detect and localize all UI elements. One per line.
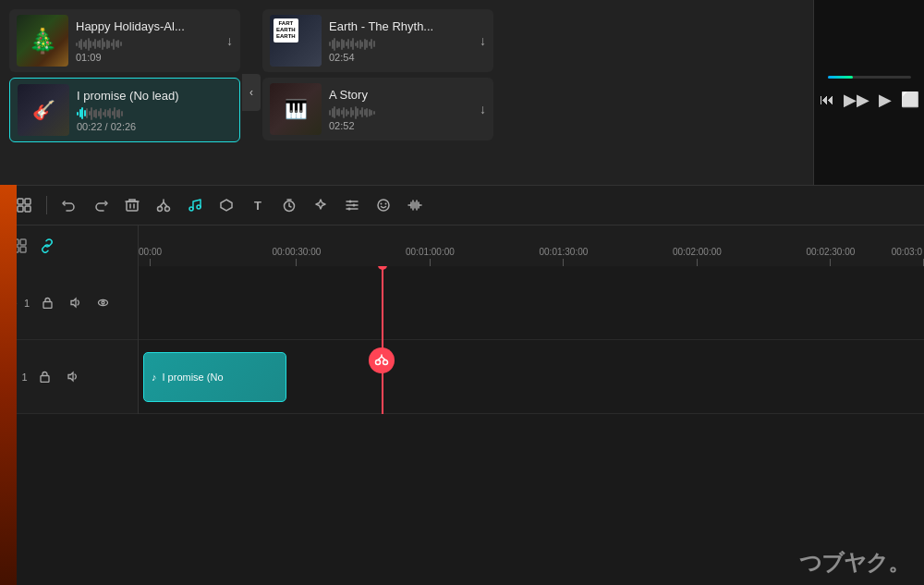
tool-timer-button[interactable] [276, 192, 302, 218]
svg-point-11 [353, 204, 356, 207]
media-item-story[interactable]: 🎹 A Story [262, 78, 493, 140]
media-download-earth[interactable]: ↓ [480, 33, 486, 48]
waveform-holidays [76, 37, 219, 52]
ruler-tick-5 [830, 259, 831, 266]
svg-point-25 [383, 360, 388, 365]
timeline-body: ▶ 1 ♪ [0, 266, 924, 414]
timeline-header: 00:00 00:00:30:00 00:01:00:00 00:01:30:0… [0, 225, 924, 266]
timer-icon [282, 198, 297, 213]
media-title-holidays: Happy Holidays-Al... [76, 19, 219, 33]
timeline-link-button[interactable] [37, 236, 57, 256]
media-grid: 🎄 Happy Holidays-Al... [0, 0, 813, 185]
watermark: つブヤク。 [799, 548, 909, 578]
preview-step-forward-button[interactable]: ▶▶ [844, 90, 869, 110]
ruler-tick-2 [430, 259, 431, 266]
media-duration-holidays: 01:09 [76, 52, 219, 63]
clip-promise[interactable]: ♪ I promise (No [143, 352, 286, 402]
svg-point-22 [102, 301, 104, 304]
ruler-mark-6: 00:03:0 [892, 247, 924, 266]
tool-text-button[interactable]: T [245, 192, 271, 218]
media-duration-story: 02:52 [329, 120, 472, 131]
track-visible-video1[interactable] [92, 293, 113, 313]
media-item-holidays[interactable]: 🎄 Happy Holidays-Al... [9, 9, 240, 72]
speaker-icon-audio1 [67, 371, 79, 383]
ruler-label-1: 00:00:30:00 [273, 247, 322, 257]
track-lock-audio1[interactable] [35, 367, 55, 387]
tool-adjust-button[interactable] [339, 192, 365, 218]
preview-progress-bar[interactable] [828, 76, 911, 79]
track-row-video1[interactable] [139, 266, 924, 340]
effect-icon [313, 198, 328, 213]
track-lock-video1[interactable] [37, 293, 57, 313]
svg-rect-4 [127, 201, 138, 211]
undo-icon [62, 198, 77, 213]
adjust-icon [345, 198, 359, 213]
left-gradient-decoration [0, 185, 17, 585]
preview-panel: ⏮ ▶▶ ▶ ⬜ [813, 0, 924, 185]
track-row-audio1[interactable]: ♪ I promise (No [139, 340, 924, 414]
preview-progress-fill [828, 76, 853, 79]
tool-effect-button[interactable] [308, 192, 334, 218]
ruler-container: 00:00 00:00:30:00 00:01:00:00 00:01:30:0… [139, 225, 924, 266]
media-column-1: 🎄 Happy Holidays-Al... [9, 9, 240, 176]
tool-redo-button[interactable] [88, 192, 114, 218]
sticker-icon [376, 198, 391, 213]
tool-audio-wave-button[interactable] [402, 192, 428, 218]
media-download-story[interactable]: ↓ [480, 102, 486, 116]
media-duration-promise: 00:22 / 02:26 [77, 121, 232, 132]
svg-point-7 [189, 207, 193, 211]
lock-icon-audio1 [39, 371, 51, 383]
media-item-promise[interactable]: 🎸 I promise (No lead) [9, 78, 240, 142]
music-icon [188, 198, 202, 213]
svg-rect-17 [20, 239, 26, 245]
grid-icon [17, 198, 31, 213]
preview-rewind-button[interactable]: ⏮ [820, 91, 834, 108]
track-number-video1: 1 [24, 298, 30, 309]
svg-point-8 [197, 205, 201, 209]
tool-cut-button[interactable] [151, 192, 176, 218]
ruler-label-2: 00:01:00:00 [406, 247, 455, 257]
media-download-holidays[interactable]: ↓ [226, 33, 233, 48]
scissors-button[interactable] [369, 347, 395, 373]
tool-music-button[interactable] [182, 192, 208, 218]
tool-sticker-button[interactable] [371, 192, 396, 218]
svg-rect-3 [25, 206, 30, 212]
media-info-earth: Earth - The Rhyth... [329, 19, 472, 63]
ruler-tick-3 [563, 259, 564, 266]
tool-mask-button[interactable] [213, 192, 239, 218]
preview-stop-button[interactable]: ⬜ [901, 91, 919, 108]
cut-icon [156, 198, 171, 213]
track-mute-video1[interactable] [65, 293, 85, 313]
ruler-label-5: 00:02:30:00 [807, 247, 856, 257]
speaker-icon-video1 [69, 297, 81, 309]
tool-delete-button[interactable] [119, 192, 145, 218]
svg-rect-20 [43, 302, 52, 309]
svg-point-13 [378, 200, 389, 211]
media-title-earth: Earth - The Rhyth... [329, 19, 472, 33]
lock-icon-video1 [42, 297, 54, 309]
ruler-mark-2: 00:01:00:00 [406, 247, 455, 266]
waveform-story [329, 105, 472, 120]
media-thumb-holidays: 🎄 [17, 15, 68, 67]
media-info-holidays: Happy Holidays-Al... [76, 19, 219, 63]
tool-undo-button[interactable] [56, 192, 82, 218]
svg-rect-23 [41, 376, 49, 383]
timeline-ruler[interactable]: 00:00 00:00:30:00 00:01:00:00 00:01:30:0… [139, 225, 924, 266]
waveform-earth [329, 37, 472, 52]
track-mute-audio1[interactable] [63, 367, 83, 387]
media-column-2: FARTEARTHEARTH Earth - The Rhyth... [262, 9, 493, 176]
media-thumb-earth: FARTEARTHEARTH [270, 15, 322, 67]
ruler-mark-5: 00:02:30:00 [807, 247, 856, 266]
eye-icon-video1 [97, 297, 109, 309]
preview-play-button[interactable]: ▶ [879, 90, 892, 110]
media-item-earth[interactable]: FARTEARTHEARTH Earth - The Rhyth... [262, 9, 493, 72]
ruler-tick-0 [150, 259, 151, 266]
svg-point-5 [158, 207, 163, 212]
nav-left-arrow[interactable]: ‹ [242, 74, 261, 111]
media-title-story: A Story [329, 88, 472, 102]
clip-label-promise: I promise (No [163, 372, 224, 383]
waveform-promise [77, 106, 232, 121]
media-title-promise: I promise (No lead) [77, 89, 232, 103]
media-info-story: A Story [329, 88, 472, 131]
playhead-line [382, 266, 383, 414]
